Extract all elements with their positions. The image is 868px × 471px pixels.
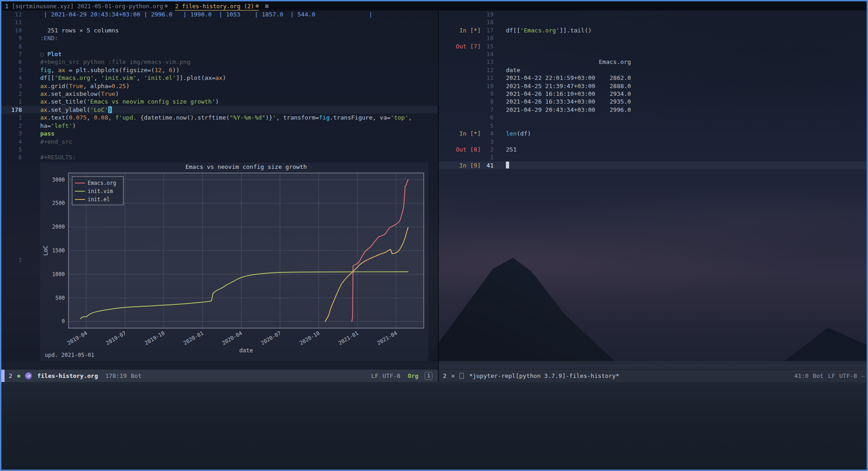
line-number: 2: [1, 90, 22, 98]
line-content: ax.set_axisbelow(True): [40, 90, 119, 98]
cursor-position: 178:19: [105, 372, 127, 379]
editor-line[interactable]: 5: [439, 122, 867, 130]
editor-line[interactable]: 4df[['Emacs.org', 'init.vim', 'init.el']…: [1, 74, 438, 82]
active-window-indicator: [1, 370, 5, 382]
line-content: ax.grid(True, alpha=0.25): [40, 82, 130, 90]
encoding-indicator[interactable]: UTF-8: [383, 372, 400, 379]
encoding-indicator[interactable]: UTF-8: [839, 372, 857, 379]
buffer-name[interactable]: files-history.org: [37, 372, 98, 379]
line-number: 19: [481, 10, 494, 18]
repl-prompt-empty: [439, 82, 481, 90]
line-number: 7: [1, 50, 22, 58]
tab-bar-end-icon[interactable]: ⊠: [265, 1, 269, 10]
modeline-overflow-indicator: –: [861, 372, 865, 379]
line-number: 4: [1, 138, 22, 146]
editor-line[interactable]: 2ax.set_axisbelow(True): [1, 90, 438, 98]
repl-prompt: Out [8]: [439, 146, 481, 153]
editor-line[interactable]: 7○ Plot: [1, 50, 438, 58]
svg-text:1000: 1000: [52, 271, 65, 277]
cursor-position: 41:0: [794, 372, 809, 379]
editor-line[interactable]: 1: [439, 153, 867, 161]
editor-line[interactable]: 19: [439, 10, 867, 18]
line-number: 7: [481, 106, 494, 114]
line-number: 8: [1, 42, 22, 50]
svg-text:2021-04: 2021-04: [376, 330, 398, 346]
repl-prompt-empty: [439, 153, 481, 161]
jupyter-repl-window[interactable]: 1918In [*]17df[['Emacs.org']].tail()16Ou…: [439, 10, 867, 369]
line-number: 14: [481, 50, 494, 58]
editor-line[interactable]: 1ax.set_title('Emacs vs neovim config si…: [1, 98, 438, 105]
svg-text:0: 0: [62, 318, 65, 324]
editor-line[interactable]: 178ax.set_ylabel('LoC'): [1, 106, 438, 114]
editor-line[interactable]: 82021-04-26 16:33:34+03:00 2935.0: [439, 98, 867, 105]
editor-line[interactable]: 13 Emacs.org: [439, 58, 867, 66]
tab-inactive[interactable]: 1 [sqrtminusone.xyz] 2021-05-01-org-pyth…: [5, 1, 168, 10]
echo-area[interactable]: [1, 382, 867, 470]
editor-line[interactable]: 5fig, ax = plt.subplots(figsize=(12, 6)): [1, 66, 438, 74]
editor-line[interactable]: 112021-04-22 22:01:59+03:00 2862.0: [439, 74, 867, 82]
editor-line[interactable]: 3ax.grid(True, alpha=0.25): [1, 82, 438, 90]
line-content: len(df): [506, 130, 531, 137]
editor-line[interactable]: 6: [439, 114, 867, 121]
repl-prompt-empty: [439, 66, 481, 74]
line-number: 11: [1, 18, 22, 26]
editor-line[interactable]: 12date: [439, 66, 867, 74]
editor-line[interactable]: 2ha='left'): [1, 122, 438, 130]
editor-line[interactable]: 1ax.text(0.075, 0.08, f'upd. {datetime.n…: [1, 114, 438, 121]
editor-line[interactable]: 3: [439, 138, 867, 146]
line-number: 7: [1, 257, 22, 264]
editor-line[interactable]: 12 | 2021-04-29 20:43:34+03:00 | 2996.0 …: [1, 10, 438, 18]
editor-line[interactable]: 8: [1, 42, 438, 50]
line-number: 11: [481, 74, 494, 82]
editor-line[interactable]: In [9]41: [439, 162, 867, 169]
editor-line[interactable]: Out [8]2251: [439, 146, 867, 153]
editor-line[interactable]: 72021-04-29 20:43:34+03:00 2996.0: [439, 106, 867, 114]
editor-line[interactable]: 11: [1, 18, 438, 26]
editor-line[interactable]: 16: [439, 34, 867, 42]
line-content: #+RESULTS:: [40, 153, 76, 161]
editor-line[interactable]: 18: [439, 18, 867, 26]
svg-text:2020-07: 2020-07: [260, 330, 282, 346]
tab-active[interactable]: 2 files-history.org (2)⊗: [175, 1, 258, 10]
tab-close-icon[interactable]: ⊗: [164, 3, 168, 9]
editor-line[interactable]: 6#+RESULTS:: [1, 153, 438, 161]
editor-line[interactable]: 9:END:: [1, 34, 438, 42]
svg-text:2021-01: 2021-01: [337, 330, 359, 346]
workspace-badge[interactable]: 1: [425, 372, 432, 380]
eol-indicator[interactable]: LF: [371, 372, 379, 379]
major-mode[interactable]: Org: [408, 372, 418, 379]
line-number: 6: [1, 58, 22, 66]
tab-close-icon[interactable]: ⊗: [256, 3, 259, 9]
editor-line[interactable]: 10 251 rows × 5 columns: [1, 26, 438, 34]
line-content: 2021-04-25 21:39:47+03:00 2888.0: [506, 82, 631, 90]
editor-line[interactable]: 14: [439, 50, 867, 58]
modeline-right: 2 ● *jupyter-repl[python 3.7.9]-files-hi…: [439, 369, 867, 382]
org-buffer-window[interactable]: 12 | 2021-04-29 20:43:34+03:00 | 2996.0 …: [1, 10, 438, 369]
svg-text:2019-10: 2019-10: [143, 330, 166, 346]
editor-line[interactable]: Out [7]15: [439, 42, 867, 50]
editor-line[interactable]: 102021-04-25 21:39:47+03:00 2888.0: [439, 82, 867, 90]
results-inline-image[interactable]: 0500100015002000250030002019-042019-0720…: [40, 162, 428, 361]
editor-line[interactable]: 6#+begin_src python :file img/emacs-vim.…: [1, 58, 438, 66]
line-content: ha='left'): [40, 122, 76, 130]
editor-line[interactable]: 4#+end_src: [1, 138, 438, 146]
editor-line[interactable]: In [*]4len(df): [439, 130, 867, 137]
line-content: df[['Emacs.org', 'init.vim', 'init.el']]…: [40, 74, 226, 82]
org-buffer-lines: 12 | 2021-04-29 20:43:34+03:00 | 2996.0 …: [1, 10, 438, 162]
editor-line[interactable]: 92021-04-26 16:16:10+03:00 2934.0: [439, 90, 867, 98]
eol-indicator[interactable]: LF: [828, 372, 835, 379]
line-number: 5: [1, 146, 22, 153]
editor-line[interactable]: 5: [1, 146, 438, 153]
line-number: 17: [481, 26, 494, 34]
editor-line[interactable]: 3pass: [1, 130, 438, 137]
buffer-name[interactable]: *jupyter-repl[python 3.7.9]-files-histor…: [469, 372, 619, 379]
scroll-position: Bot: [813, 372, 823, 379]
window-divider[interactable]: [438, 10, 439, 382]
line-content: :END:: [40, 34, 58, 42]
svg-text:2020-04: 2020-04: [221, 330, 243, 346]
line-number: 10: [481, 82, 494, 90]
editor-line[interactable]: In [*]17df[['Emacs.org']].tail(): [439, 26, 867, 34]
line-content: 2021-04-22 22:01:59+03:00 2862.0: [506, 74, 631, 82]
svg-text:3000: 3000: [52, 177, 65, 183]
tab-number: 2: [175, 3, 179, 10]
